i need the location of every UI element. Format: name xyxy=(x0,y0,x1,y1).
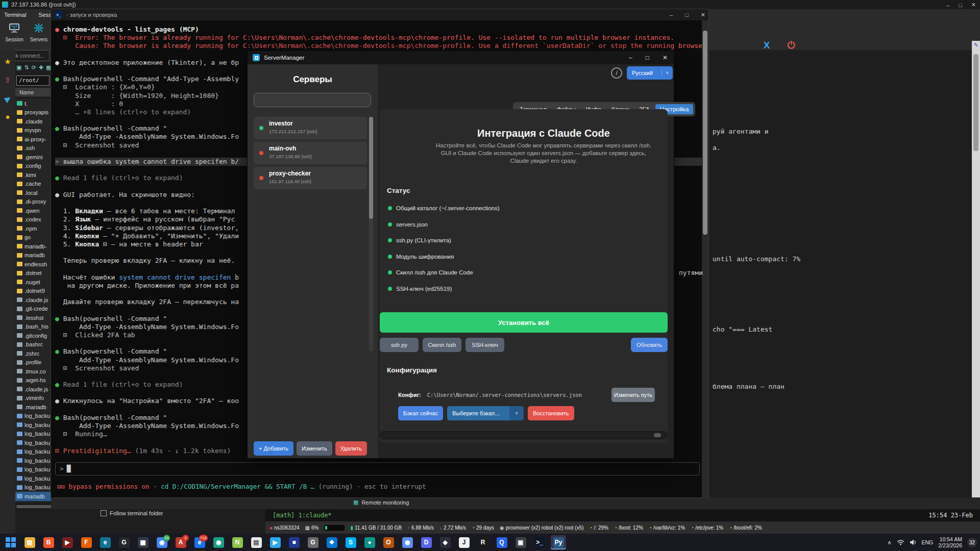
anydesk-icon[interactable]: A2 xyxy=(173,535,188,549)
tree-item[interactable]: .gemini xyxy=(15,153,51,162)
sftp-tool-icon[interactable]: ▦ xyxy=(46,64,51,73)
sm-close-button[interactable]: ✕ xyxy=(663,54,668,61)
discord-icon[interactable]: D xyxy=(419,535,434,549)
ps-minimize-button[interactable]: – xyxy=(670,12,673,18)
tree-item[interactable]: .wget-hs xyxy=(15,376,51,385)
tree-item[interactable]: .di-proxy xyxy=(15,197,51,207)
tree-item[interactable]: log_backu xyxy=(15,420,51,430)
tree-item[interactable]: .dotnet xyxy=(15,269,51,278)
tree-item[interactable]: go xyxy=(15,233,51,242)
ps-close-button[interactable]: ✕ xyxy=(701,12,705,18)
jetbrains-icon[interactable]: J xyxy=(456,535,472,549)
moba-minimize-button[interactable]: – xyxy=(946,2,949,8)
app-teal-icon[interactable]: ● xyxy=(362,535,377,549)
tree-item[interactable]: log_backu xyxy=(15,438,51,447)
wifi-icon[interactable] xyxy=(897,539,904,545)
sftp-tool-icon[interactable]: ⟳ xyxy=(32,64,36,73)
checkbox-icon[interactable] xyxy=(101,510,107,516)
backup-now-button[interactable]: Бэкап сейчас xyxy=(398,406,443,420)
moba-restore-button[interactable]: □ xyxy=(959,2,962,8)
tree-item[interactable]: .npm xyxy=(15,224,51,233)
server-list-scrollbar[interactable] xyxy=(369,117,373,352)
media-player-icon[interactable]: ▶ xyxy=(60,535,75,549)
tray-chevron-icon[interactable]: ∧ xyxy=(887,539,891,546)
tree-item[interactable]: .claude xyxy=(15,117,51,126)
qbittorrent-icon[interactable]: ◉ xyxy=(211,535,226,549)
edit-pencil-icon[interactable]: ✎ xyxy=(972,42,979,50)
tree-item[interactable]: .codex xyxy=(15,215,51,224)
component-button-1[interactable]: ssh.py xyxy=(380,338,419,352)
panel-hscrollbar[interactable] xyxy=(380,431,668,439)
tree-item[interactable]: log_backu xyxy=(15,483,51,492)
tree-item[interactable]: .local xyxy=(15,188,51,197)
taskbar-clock[interactable]: 10:54 AM 2/23/2026 xyxy=(938,536,962,548)
server-card-main-ovh[interactable]: main-ovh37.187.136.86 [ssh] xyxy=(254,142,367,164)
tree-item[interactable]: .bash_his xyxy=(15,322,51,332)
edge-icon[interactable]: e xyxy=(97,535,113,549)
tree-item[interactable]: mariadb xyxy=(15,492,51,501)
app-blue-icon[interactable]: ■ xyxy=(286,535,302,549)
tree-item[interactable]: .profile xyxy=(15,358,51,367)
sftp-tool-icon[interactable]: ✚ xyxy=(39,64,43,73)
skype-icon[interactable]: S xyxy=(343,535,358,549)
tree-item[interactable]: .tmux.co xyxy=(15,367,51,376)
tree-item[interactable]: .claude.js xyxy=(15,385,51,394)
tree-item[interactable]: .gitconfig xyxy=(15,331,51,340)
tree-item[interactable]: ai-proxy- xyxy=(15,135,51,144)
server-search-input[interactable] xyxy=(254,93,371,107)
tree-item[interactable]: .bashrc xyxy=(15,340,51,349)
tree-item[interactable]: proxyapis xyxy=(15,108,51,117)
tree-item[interactable]: .ssh xyxy=(15,144,51,153)
backup-select-dropdown[interactable]: Выберите бэкап… ˅ xyxy=(447,406,524,420)
brave-icon[interactable]: B xyxy=(41,535,56,549)
tree-item[interactable]: .claude.js xyxy=(15,295,51,305)
tree-item[interactable]: .mariadb xyxy=(15,403,51,412)
github-icon[interactable]: G xyxy=(116,535,132,549)
tree-item[interactable]: log_backu xyxy=(15,412,51,421)
tree-item[interactable]: log_backu xyxy=(15,474,51,483)
sftp-path-input[interactable]: /root/ xyxy=(16,76,50,86)
server-card-investor[interactable]: investor173.212.212.157 [ssh] xyxy=(254,117,367,139)
delete-server-button[interactable]: Удалить xyxy=(335,441,367,456)
component-button-3[interactable]: SSH-ключ xyxy=(465,338,504,352)
servers-button[interactable]: Servers xyxy=(28,22,50,42)
tree-item[interactable]: .lesshst xyxy=(15,313,51,322)
tree-item[interactable]: log_backu xyxy=(15,430,51,439)
quick-assist-icon[interactable]: Q xyxy=(494,535,509,549)
tree-item[interactable]: .config xyxy=(15,162,51,171)
menu-terminal[interactable]: Terminal xyxy=(4,12,26,18)
remote-monitoring-button[interactable]: ▦ Remote monitoring xyxy=(353,499,409,506)
follow-terminal-folder-checkbox[interactable]: Follow terminal folder xyxy=(101,510,163,516)
r-app-icon[interactable]: R xyxy=(475,535,491,549)
obs-icon[interactable]: O xyxy=(381,535,396,549)
sftp-tool-icon[interactable]: ⇅ xyxy=(24,64,29,73)
sftp-tool-icon[interactable]: ▣ xyxy=(16,64,21,73)
edit-server-button[interactable]: Изменить xyxy=(297,441,332,456)
tree-item[interactable]: .qwen xyxy=(15,206,51,215)
tree-item[interactable]: log_backu xyxy=(15,465,51,474)
telegram-icon[interactable]: ▶ xyxy=(267,535,283,549)
session-button[interactable]: Session xyxy=(3,22,26,42)
tree-item[interactable]: log_backu xyxy=(15,456,51,465)
file-explorer-icon[interactable]: ▤ xyxy=(22,535,37,549)
edge-beta-icon[interactable]: e715 xyxy=(192,535,207,549)
tree-item[interactable]: endlessh xyxy=(15,260,51,269)
sm-minimize-button[interactable]: – xyxy=(629,54,632,61)
component-button-2[interactable]: Скилл /ssh xyxy=(423,338,461,352)
language-indicator[interactable]: ENG xyxy=(922,539,934,545)
send-plane-icon[interactable]: ▶ xyxy=(1,92,14,105)
ps-maximize-button[interactable]: □ xyxy=(685,12,689,18)
info-button[interactable]: i xyxy=(611,67,622,79)
tree-item[interactable]: .git-crede xyxy=(15,305,51,314)
gimp-icon[interactable]: G xyxy=(305,535,321,549)
tree-item[interactable]: log_backu xyxy=(15,447,51,457)
macro-icon[interactable]: ● xyxy=(3,112,12,121)
tree-item[interactable]: .zshrc xyxy=(15,349,51,358)
language-select[interactable]: Русский ˅ xyxy=(627,66,673,80)
moba-right-sidebar[interactable]: ✎ xyxy=(972,41,980,497)
speaker-icon[interactable] xyxy=(910,539,917,545)
add-server-button[interactable]: + Добавить xyxy=(254,441,293,456)
photos-icon[interactable]: ❖ xyxy=(324,535,339,549)
tree-item[interactable]: .viminfo xyxy=(15,394,51,403)
terminal-scrollbar[interactable] xyxy=(702,20,708,497)
